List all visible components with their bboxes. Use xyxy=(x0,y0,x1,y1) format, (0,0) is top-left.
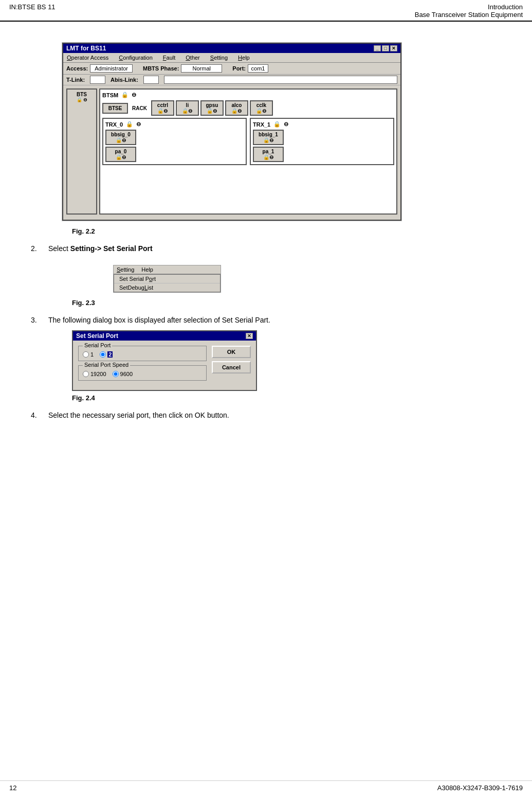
setting-dropdown: Set Serial Port SetDebugList xyxy=(114,274,221,292)
menu-other[interactable]: Other xyxy=(184,54,201,61)
setting-menu-fig: Setting Help Set Serial Port SetDebugLis… xyxy=(113,265,221,293)
serial-speed-radios: 19200 9600 xyxy=(83,371,202,377)
gpsu-minus: ⊖ xyxy=(213,108,217,114)
menu-configuration[interactable]: Configuration xyxy=(117,54,154,61)
trx1-box: TRX_1 🔒 ⊖ bbsig_1 🔒⊖ xyxy=(250,118,394,165)
step3: 3. The following dialog box is displayed… xyxy=(31,316,501,324)
bts-box: BTS 🔒 ⊖ xyxy=(66,88,97,215)
sub-boxes: cctrl 🔒⊖ li 🔒⊖ gpsu 🔒 xyxy=(151,100,273,116)
gpsu-icons: 🔒⊖ xyxy=(204,108,220,114)
li-minus: ⊖ xyxy=(188,108,192,114)
bbsig1-box: bbsig_1 🔒⊖ xyxy=(253,130,284,145)
bbsig1-minus: ⊖ xyxy=(269,137,273,143)
page-header: IN:BTSE BS 11 Introduction Base Transcei… xyxy=(0,0,532,22)
win-controls: _ □ ✕ xyxy=(374,45,397,51)
lmt-tlink-bar: T-Link: Abis-Link: xyxy=(63,75,400,85)
trx1-inner: bbsig_1 🔒⊖ pa_1 🔒⊖ xyxy=(253,130,391,162)
tlink-label: T-Link: xyxy=(66,77,85,83)
radio-speed-9600[interactable]: 9600 xyxy=(113,371,133,377)
menu-setting[interactable]: Setting xyxy=(209,54,229,61)
footer-right: A30808-X3247-B309-1-7619 xyxy=(437,784,523,792)
menu-operator-access[interactable]: Operator Access xyxy=(65,54,110,61)
maximize-button[interactable]: □ xyxy=(382,45,389,51)
radio-port-2-input[interactable] xyxy=(100,351,106,358)
menu-set-serial-port[interactable]: Set Serial Port xyxy=(114,275,220,283)
radio-port-1-input[interactable] xyxy=(83,351,89,358)
trx0-label: TRX_0 xyxy=(105,121,123,128)
tlink-field[interactable] xyxy=(90,76,105,84)
bbsig1-icons: 🔒⊖ xyxy=(256,137,280,143)
alco-box: alco 🔒⊖ xyxy=(225,100,248,116)
menu-fault[interactable]: Fault xyxy=(161,54,177,61)
lmt-main: BTS 🔒 ⊖ BTSM 🔒 ⊖ xyxy=(63,85,400,220)
mbts-item: MBTS Phase: Normal xyxy=(143,64,222,73)
abis-long-field[interactable] xyxy=(164,76,397,84)
radio-port-1[interactable]: 1 xyxy=(83,351,94,358)
abis-field[interactable] xyxy=(143,76,159,84)
lmt-title-bar: LMT for BS11 _ □ ✕ xyxy=(63,44,400,53)
port-item: Port: com1 xyxy=(232,64,268,73)
radio-speed-19200-input[interactable] xyxy=(83,371,89,377)
btse-label: BTSE xyxy=(106,105,124,111)
bts-icons: 🔒 ⊖ xyxy=(70,97,93,102)
cclk-label: cclk xyxy=(253,102,269,108)
pa1-lock: 🔒 xyxy=(263,154,269,160)
bts-minus-icon: ⊖ xyxy=(83,97,87,102)
minimize-button[interactable]: _ xyxy=(374,45,381,51)
li-box: li 🔒⊖ xyxy=(176,100,199,116)
bbsig0-box: bbsig_0 🔒⊖ xyxy=(105,130,136,145)
alco-label: alco xyxy=(229,102,245,108)
serial-port-radios: 1 2 xyxy=(83,351,202,358)
menu-help[interactable]: Help xyxy=(236,54,251,61)
cclk-lock: 🔒 xyxy=(256,108,262,114)
ok-button[interactable]: OK xyxy=(212,346,251,358)
radio-port-2-label: 2 xyxy=(107,351,113,358)
serial-speed-group-title: Serial Port Speed xyxy=(83,362,130,368)
header-right-line2: Base Transceiver Station Equipment xyxy=(415,11,523,19)
cctrl-box: cctrl 🔒⊖ xyxy=(151,100,174,116)
pa1-icons: 🔒⊖ xyxy=(256,154,280,160)
trx1-header: TRX_1 🔒 ⊖ xyxy=(253,121,391,128)
rack-label: RACK xyxy=(130,104,149,113)
abis-label: Abis-Link: xyxy=(111,77,138,83)
serial-speed-group: Serial Port Speed 19200 9600 xyxy=(78,365,207,381)
cctrl-minus: ⊖ xyxy=(163,108,168,114)
btse-rack-row: BTSE RACK cctrl 🔒⊖ li xyxy=(102,100,394,116)
cctrl-icons: 🔒⊖ xyxy=(155,108,171,114)
radio-speed-19200-label: 19200 xyxy=(90,371,106,377)
trx0-inner: bbsig_0 🔒⊖ pa_0 🔒⊖ xyxy=(105,130,244,162)
bbsig1-lock: 🔒 xyxy=(263,137,269,143)
trx0-minus: ⊖ xyxy=(136,121,141,128)
dialog-close-button[interactable]: ✕ xyxy=(246,333,253,339)
dialog-right: OK Cancel xyxy=(212,346,251,385)
alco-lock: 🔒 xyxy=(231,108,237,114)
dialog-title: Set Serial Port xyxy=(76,332,118,340)
radio-port-2[interactable]: 2 xyxy=(100,351,113,358)
fig22-label: Fig. 2.2 xyxy=(72,227,501,235)
cclk-icons: 🔒⊖ xyxy=(253,108,269,114)
btsm-minus-icon: ⊖ xyxy=(132,92,136,98)
radio-speed-19200[interactable]: 19200 xyxy=(83,371,106,377)
cancel-button[interactable]: Cancel xyxy=(212,361,251,373)
setting-menu-setting[interactable]: Setting xyxy=(117,266,134,273)
trx0-box: TRX_0 🔒 ⊖ bbsig_0 🔒⊖ xyxy=(102,118,247,165)
menu-set-debug-list[interactable]: SetDebugList xyxy=(114,283,220,292)
trx1-lock: 🔒 xyxy=(273,121,281,128)
li-icons: 🔒⊖ xyxy=(179,108,195,114)
pa1-minus: ⊖ xyxy=(269,154,273,160)
trx0-lock: 🔒 xyxy=(126,121,133,128)
access-value: Administrator xyxy=(90,64,133,73)
radio-port-1-label: 1 xyxy=(90,351,94,358)
btsm-label: BTSM xyxy=(102,92,118,98)
step3-num: 3. xyxy=(31,316,43,324)
radio-speed-9600-input[interactable] xyxy=(113,371,119,377)
setting-menu-help[interactable]: Help xyxy=(141,266,153,273)
page-footer: 12 A30808-X3247-B309-1-7619 xyxy=(0,780,532,792)
close-button[interactable]: ✕ xyxy=(390,45,397,51)
btsm-header: BTSM 🔒 ⊖ xyxy=(102,92,394,98)
fig22-container: LMT for BS11 _ □ ✕ Operator Access Confi… xyxy=(31,32,501,224)
step4: 4. Select the necessary serial port, the… xyxy=(31,411,501,419)
alco-minus: ⊖ xyxy=(237,108,242,114)
trx-section: TRX_0 🔒 ⊖ bbsig_0 🔒⊖ xyxy=(102,118,394,165)
fig24-container: Set Serial Port ✕ Serial Port 1 xyxy=(72,330,501,391)
